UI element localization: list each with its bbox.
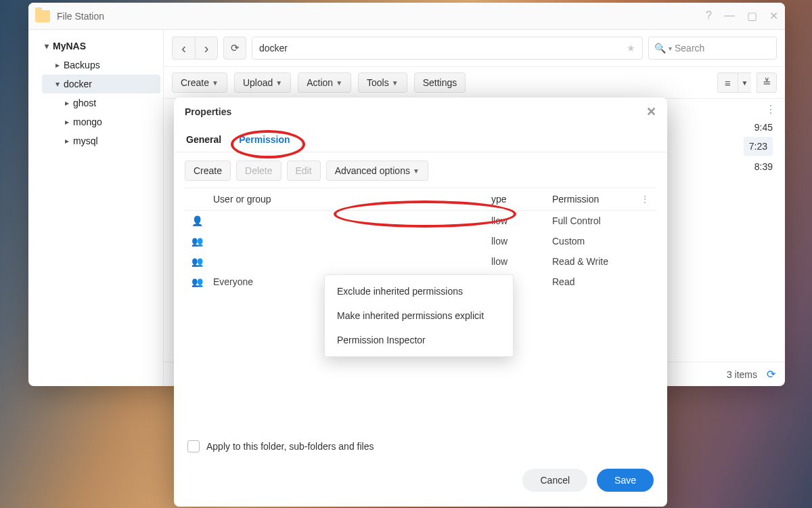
upload-label: Upload [243, 77, 273, 88]
table-row[interactable]: 👤 llow Full Control [185, 211, 656, 231]
save-button[interactable]: Save [597, 469, 654, 492]
search-placeholder: Search [675, 43, 704, 54]
col-user[interactable]: User or group [209, 194, 491, 205]
view-menu-button[interactable]: ▼ [738, 72, 751, 93]
search-icon: 🔍 [654, 43, 666, 54]
reload-icon: ⟳ [231, 42, 240, 54]
table-header: User or group ype Permission ⋮ [185, 188, 656, 211]
table-row[interactable]: 👥 llow Custom [185, 231, 656, 251]
perm-delete-label: Delete [245, 165, 272, 176]
cell-perm: Read [552, 276, 640, 287]
table-row[interactable]: 👥 llow Read & Write [185, 251, 656, 272]
search-input[interactable]: 🔍 ▾ Search [648, 37, 777, 60]
cell-type: llow [491, 215, 552, 226]
chevron-left-icon [181, 41, 186, 56]
favorite-icon[interactable]: ★ [627, 43, 635, 54]
reload-button[interactable]: ⟳ [223, 37, 246, 60]
sort-icon: ≚ [763, 77, 771, 89]
caret-down-icon: ▾ [54, 79, 61, 89]
permission-table: User or group ype Permission ⋮ 👤 llow Fu… [174, 188, 667, 431]
tree-item-mysql[interactable]: ▸ mysql [51, 131, 160, 150]
sort-button[interactable]: ≚ [757, 72, 777, 93]
back-button[interactable] [172, 37, 195, 60]
tree-root-label: MyNAS [53, 41, 86, 51]
forward-button[interactable] [195, 37, 218, 60]
user-icon: 👤 [185, 215, 209, 226]
tools-menu[interactable]: Tools▼ [358, 72, 407, 93]
help-icon[interactable]: ? [706, 9, 712, 22]
advanced-options-menu[interactable]: Advanced options▼ [326, 161, 428, 181]
path-text: docker [259, 43, 288, 54]
perm-create-label: Create [194, 165, 222, 176]
tree-item-backups[interactable]: ▸ Backups [42, 56, 160, 75]
dialog-title: Properties [185, 106, 231, 117]
list-icon: ≡ [725, 77, 731, 89]
column-menu-icon[interactable]: ⋮ [765, 103, 777, 116]
upload-menu[interactable]: Upload▼ [234, 72, 291, 93]
create-menu[interactable]: Create▼ [172, 72, 227, 93]
path-input[interactable]: docker ★ [252, 37, 643, 60]
caret-down-icon: ▼ [392, 79, 399, 87]
menu-permission-inspector[interactable]: Permission Inspector [325, 328, 513, 352]
cell-modified: 7:23 [749, 141, 767, 152]
apply-recursive-checkbox[interactable] [187, 440, 200, 452]
menu-exclude-inherited[interactable]: Exclude inherited permissions [325, 279, 513, 303]
cell-type: llow [491, 236, 552, 247]
tree-item-label: mongo [73, 117, 102, 127]
refresh-icon[interactable]: ⟳ [767, 368, 775, 381]
perm-edit-button[interactable]: Edit [287, 161, 321, 181]
cell-type: llow [491, 256, 552, 267]
tree-item-label: Backups [64, 60, 100, 70]
maximize-icon[interactable]: ▢ [747, 9, 757, 22]
tree-item-label: mysql [73, 135, 98, 146]
cell-perm: Full Control [552, 215, 640, 226]
tab-general[interactable]: General [185, 126, 223, 152]
group-icon: 👥 [185, 256, 209, 267]
caret-right-icon: ▸ [64, 136, 70, 146]
action-label: Action [307, 77, 333, 88]
col-type[interactable]: ype [491, 194, 552, 205]
search-caret-icon: ▾ [669, 45, 672, 52]
tree-item-docker[interactable]: ▾ docker [42, 75, 160, 93]
caret-right-icon: ▸ [64, 117, 70, 127]
tree-item-ghost[interactable]: ▸ ghost [51, 93, 160, 112]
folder-icon [35, 10, 50, 22]
col-permission[interactable]: Permission [552, 194, 640, 205]
apply-recursive-label: Apply to this folder, sub-folders and fi… [206, 441, 374, 452]
item-count: 3 items [727, 369, 757, 380]
action-menu[interactable]: Action▼ [298, 72, 351, 93]
close-icon[interactable]: ✕ [769, 9, 778, 22]
caret-down-icon: ▾ [43, 41, 50, 51]
tab-permission[interactable]: Permission [238, 126, 291, 152]
settings-button[interactable]: Settings [414, 72, 466, 93]
tree-item-mongo[interactable]: ▸ mongo [51, 112, 160, 131]
file-row[interactable]: 8:39 [754, 157, 773, 176]
cell-perm: Read & Write [552, 256, 640, 267]
properties-dialog: Properties ✕ General Permission Create D… [174, 98, 667, 507]
caret-down-icon: ▼ [336, 79, 342, 87]
caret-down-icon: ▼ [212, 79, 219, 87]
column-menu-icon[interactable]: ⋮ [640, 194, 656, 205]
cancel-button[interactable]: Cancel [522, 469, 587, 492]
tree-root[interactable]: ▾ MyNAS [31, 37, 160, 56]
perm-delete-button[interactable]: Delete [236, 161, 281, 181]
caret-right-icon: ▸ [54, 60, 61, 70]
file-row[interactable]: 9:45 [754, 118, 773, 137]
sidebar: ▾ MyNAS ▸ Backups ▾ docker ▸ ghost [28, 30, 164, 386]
create-label: Create [181, 77, 209, 88]
tree-item-label: ghost [73, 98, 96, 108]
caret-right-icon: ▸ [64, 98, 70, 108]
perm-create-button[interactable]: Create [185, 161, 231, 181]
file-row[interactable]: 7:23 [744, 137, 773, 156]
view-list-button[interactable]: ≡ [717, 72, 738, 93]
cell-perm: Custom [552, 236, 640, 247]
perm-edit-label: Edit [296, 165, 312, 176]
caret-down-icon: ▼ [742, 79, 748, 87]
caret-down-icon: ▼ [275, 79, 282, 87]
caret-down-icon: ▼ [413, 167, 420, 175]
group-icon: 👥 [185, 236, 209, 247]
dialog-close-icon[interactable]: ✕ [646, 104, 656, 119]
settings-label: Settings [423, 77, 457, 88]
menu-make-explicit[interactable]: Make inherited permissions explicit [325, 303, 513, 328]
minimize-icon[interactable]: — [724, 9, 735, 22]
